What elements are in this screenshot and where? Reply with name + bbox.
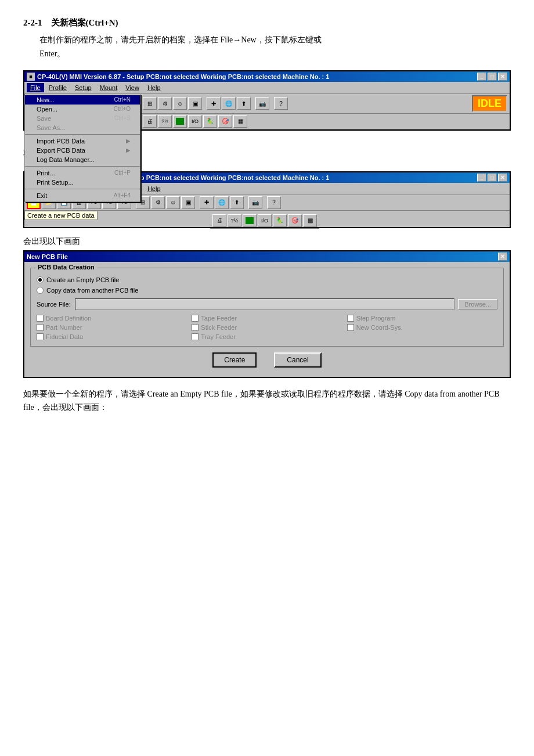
tb-io-btn-2[interactable]: I/O xyxy=(258,214,272,227)
browse-button[interactable]: Browse... xyxy=(458,299,497,309)
tb-qmark2-btn[interactable]: ?½ xyxy=(158,115,172,128)
below-text: 会出现以下画面 xyxy=(23,236,511,247)
tb-camera-btn[interactable]: 📷 xyxy=(255,97,269,110)
app-icon-1: ■ xyxy=(27,73,35,81)
dialog-footer: Create Cancel xyxy=(30,352,504,371)
check-fiducial-box xyxy=(37,333,44,340)
create-button[interactable]: Create xyxy=(212,352,257,368)
menu-help-1[interactable]: Help xyxy=(144,83,164,92)
tb-smiley-btn-2[interactable]: ☺ xyxy=(166,196,180,209)
pcb-data-creation-group: PCB Data Creation Create an Empty PCB fi… xyxy=(30,268,504,347)
check-part-number-box xyxy=(37,324,44,331)
check-step-program-box xyxy=(347,315,354,322)
close-btn-1[interactable]: ✕ xyxy=(498,73,507,81)
source-file-input[interactable] xyxy=(75,298,454,310)
tb-bars-btn[interactable]: ▦ xyxy=(233,115,247,128)
toolbar-row2-1: 🖨 ?½ I/O 🦜 🎯 ▦ xyxy=(140,114,510,129)
tb-monitor-btn[interactable]: ▣ xyxy=(188,97,202,110)
radio-empty-pcb[interactable] xyxy=(37,276,44,283)
tb-printer-btn-2[interactable]: 🖨 xyxy=(212,214,226,227)
check-tray-feeder: Tray Feeder xyxy=(192,333,342,340)
close-btn-2[interactable]: ✕ xyxy=(498,174,507,182)
tb-world-btn[interactable]: 🌐 xyxy=(222,97,236,110)
menu-item-print[interactable]: Print... Ctrl+P xyxy=(25,168,140,178)
section-body-text: 在制作新的程序之前，请先开启新的档案，选择在 File→New，按下鼠标左键或 xyxy=(39,35,322,44)
menu-item-logdata[interactable]: Log Data Manager... xyxy=(25,155,140,164)
tb-scatter-btn[interactable]: 🎯 xyxy=(218,115,232,128)
main-window-1: ■ CP-40L(V) MMI Version 6.87 - Setup PCB… xyxy=(23,70,511,131)
sep2 xyxy=(25,166,140,167)
world-icon-2: 🌐 xyxy=(218,199,225,206)
tb-smiley-btn[interactable]: ☺ xyxy=(173,97,187,110)
upload-icon-2: ⬆ xyxy=(234,199,239,206)
check-new-coord: New Coord-Sys. xyxy=(347,324,497,331)
menu-mount-1[interactable]: Mount xyxy=(96,83,121,92)
tb-green-sq-btn[interactable] xyxy=(173,115,187,128)
tb-upload-btn-2[interactable]: ⬆ xyxy=(230,196,244,209)
maximize-btn-2[interactable]: □ xyxy=(488,174,497,182)
tb-io-btn[interactable]: I/O xyxy=(188,115,202,128)
tb-help-btn-2[interactable]: ? xyxy=(267,196,281,209)
menu-item-saveas[interactable]: Save As... xyxy=(25,123,140,132)
menu-item-exportpcb[interactable]: Export PCB Data ▶ xyxy=(25,146,140,155)
tb-scatter-btn-2[interactable]: 🎯 xyxy=(288,214,302,227)
radio-copy-pcb[interactable] xyxy=(37,287,44,294)
menu-item-new[interactable]: New... Ctrl+N xyxy=(25,95,140,105)
menu-item-open[interactable]: Open... Ctrl+O xyxy=(25,105,140,114)
check-part-number: Part Number xyxy=(37,324,187,331)
tb-qmark2-btn-2[interactable]: ?½ xyxy=(228,214,241,227)
tb-bars-btn-2[interactable]: ▦ xyxy=(303,214,317,227)
cancel-button[interactable]: Cancel xyxy=(274,352,321,368)
radio-copy-pcb-label: Copy data from another PCB file xyxy=(46,287,138,294)
toolbar-row2-2: 🖨 ?½ I/O 🦜 🎯 ▦ xyxy=(210,213,319,229)
tb-printer-btn[interactable]: 🖨 xyxy=(143,115,157,128)
radio-row-1[interactable]: Create an Empty PCB file xyxy=(37,276,497,283)
tb-grid-btn[interactable]: ⊞ xyxy=(143,97,157,110)
minimize-btn-1[interactable]: _ xyxy=(477,73,486,81)
menu-view-1[interactable]: View xyxy=(122,83,143,92)
footer-text: 如果要做一个全新的程序，请选择 Create an Empty PCB file… xyxy=(23,387,511,415)
tb-parrot-btn-2[interactable]: 🦜 xyxy=(273,214,287,227)
tb-help-btn[interactable]: ? xyxy=(274,97,288,110)
tb-green-sq-btn-2[interactable] xyxy=(243,214,257,227)
tb-world-btn-2[interactable]: 🌐 xyxy=(215,196,229,209)
menu-profile-1[interactable]: Profile xyxy=(45,83,70,92)
maximize-btn-1[interactable]: □ xyxy=(488,73,497,81)
tb-parrot-btn[interactable]: 🦜 xyxy=(203,115,217,128)
menu-help-2[interactable]: Help xyxy=(144,184,164,193)
bars-icon-2: ▦ xyxy=(308,217,313,224)
tb-upload-btn[interactable]: ⬆ xyxy=(237,97,251,110)
menu-item-exit[interactable]: Exit Alt+F4 xyxy=(25,191,140,200)
tb-plus-btn[interactable]: ✚ xyxy=(207,97,221,110)
monitor-icon-2: ▣ xyxy=(186,199,191,206)
tb-config-btn-2[interactable]: ⚙ xyxy=(151,196,165,209)
sep1 xyxy=(25,134,140,135)
minimize-btn-2[interactable]: _ xyxy=(477,174,486,182)
tb-monitor-btn-2[interactable]: ▣ xyxy=(181,196,195,209)
tb-plus-btn-2[interactable]: ✚ xyxy=(200,196,214,209)
section-body2-text: Enter。 xyxy=(39,49,65,58)
toolbar-tooltip: Create a new PCB data xyxy=(24,211,98,220)
checkboxes-grid: Board Definition Tape Feeder Step Progra… xyxy=(37,315,497,340)
section-title-text: 关新档案(Ctrl+N) xyxy=(51,18,118,27)
idle-badge: IDLE xyxy=(472,95,507,112)
source-file-row: Source File: Browse... xyxy=(37,298,497,310)
dialog-close-btn[interactable]: ✕ xyxy=(498,253,507,261)
parrot-icon-2: 🦜 xyxy=(276,217,283,224)
tb-camera-btn-2[interactable]: 📷 xyxy=(248,196,262,209)
menu-item-printsetup[interactable]: Print Setup... xyxy=(25,178,140,187)
new-pcb-dialog: New PCB File ✕ PCB Data Creation Create … xyxy=(23,250,511,378)
menu-item-importpcb[interactable]: Import PCB Data ▶ xyxy=(25,136,140,146)
source-file-label: Source File: xyxy=(37,301,71,308)
menu-setup-1[interactable]: Setup xyxy=(71,83,95,92)
menu-file-1[interactable]: File xyxy=(27,83,44,92)
check-board-def: Board Definition xyxy=(37,315,187,322)
groupbox-title: PCB Data Creation xyxy=(35,264,97,271)
tb-config-btn[interactable]: ⚙ xyxy=(158,97,172,110)
radio-row-2[interactable]: Copy data from another PCB file xyxy=(37,287,497,294)
scatter-icon: 🎯 xyxy=(222,118,229,124)
section-number-title: 2-2-1 关新档案(Ctrl+N) xyxy=(23,17,511,28)
win-controls-2[interactable]: _ □ ✕ xyxy=(477,174,507,182)
win-controls-1[interactable]: _ □ ✕ xyxy=(477,73,507,81)
menu-item-save[interactable]: Save Ctrl+S xyxy=(25,114,140,123)
